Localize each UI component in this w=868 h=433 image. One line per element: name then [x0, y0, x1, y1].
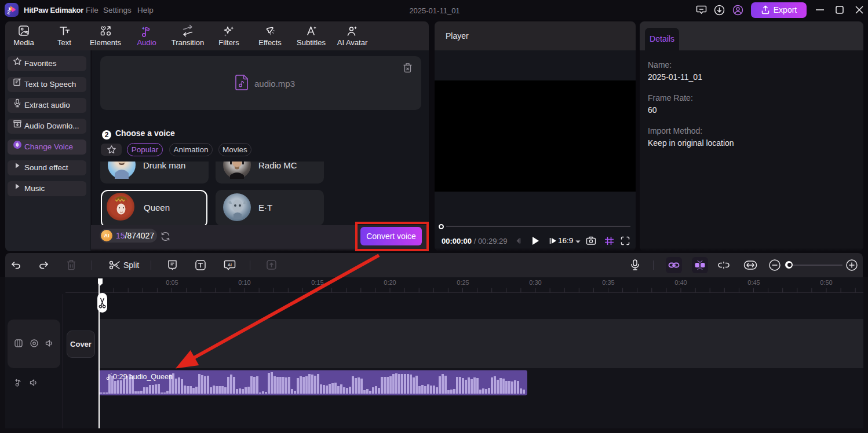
svg-text:AI: AI [228, 262, 232, 267]
